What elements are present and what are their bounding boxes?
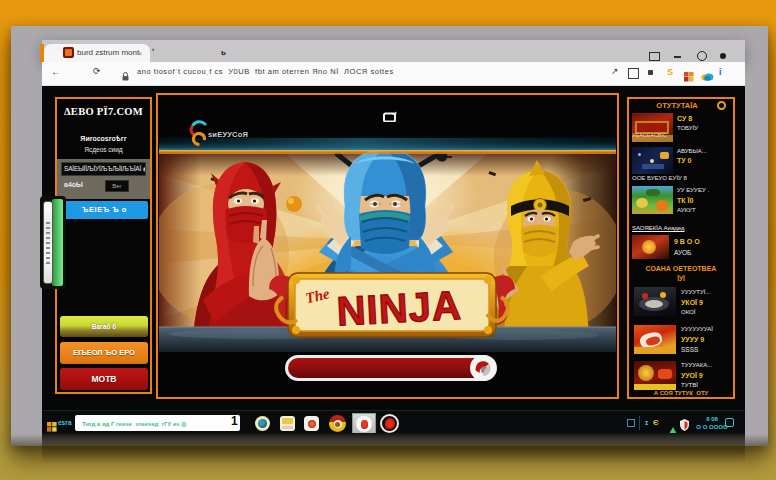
svg-text:NINJA: NINJA bbox=[336, 282, 463, 335]
